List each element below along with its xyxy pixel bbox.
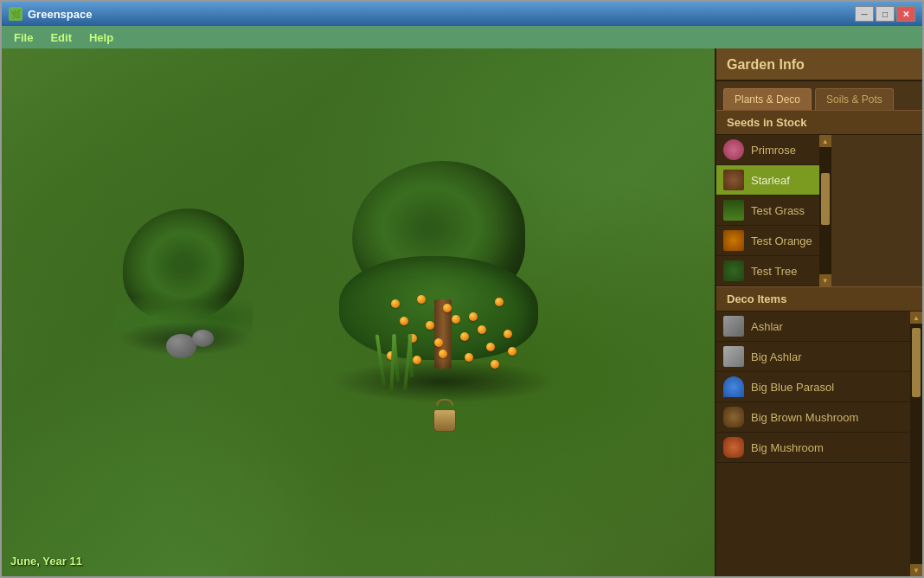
list-item-ashlar[interactable]: Ashlar [716, 311, 910, 342]
seeds-scroll-up[interactable]: ▲ [819, 135, 831, 147]
list-item-primrose[interactable]: Primrose [716, 135, 819, 165]
tall-grass [374, 334, 426, 421]
deco-scroll-track [910, 324, 922, 564]
fruit [495, 298, 504, 306]
list-item-testtree[interactable]: Test Tree [716, 256, 819, 286]
fruit [391, 299, 400, 308]
title-bar-left: 🌿 Greenspace [9, 7, 92, 21]
main-window: 🌿 Greenspace ─ □ ✕ File Edit Help [0, 0, 924, 578]
bigbrown-icon [723, 407, 744, 427]
fruit [486, 343, 495, 351]
fruit [504, 330, 512, 338]
fruit [443, 304, 452, 312]
deco-scroll-thumb[interactable] [912, 328, 921, 397]
grass-blade [375, 334, 386, 386]
list-item-bigmushroom[interactable]: Big Mushroom [716, 433, 910, 463]
primrose-label: Primrose [751, 144, 796, 157]
bigashlar-label: Big Ashlar [751, 350, 802, 363]
bucket [432, 399, 458, 427]
deco-scroll-up[interactable]: ▲ [910, 311, 922, 324]
testorange-label: Test Orange [751, 234, 812, 247]
seeds-section-header: Seeds in Stock [716, 110, 922, 135]
testtree-label: Test Tree [751, 265, 797, 278]
deco-list: Ashlar Big Ashlar Big Blue Parasol Big B… [716, 311, 910, 576]
title-controls: ─ □ ✕ [855, 6, 915, 22]
bucket-handle [436, 399, 453, 406]
rocks-group [162, 325, 231, 369]
bucket-body [433, 409, 456, 432]
testorange-icon [723, 230, 744, 251]
grass-blade [407, 334, 414, 377]
bigblue-icon [723, 376, 744, 397]
testgrass-label: Test Grass [751, 204, 805, 217]
seeds-scroll-down[interactable]: ▼ [819, 274, 831, 286]
list-item-bigblue[interactable]: Big Blue Parasol [716, 372, 910, 402]
menu-file[interactable]: File [7, 29, 40, 47]
fruit [491, 360, 499, 369]
deco-section-header: Deco Items [716, 286, 922, 311]
list-item-starleaf[interactable]: Starleaf [716, 165, 819, 196]
bigashlar-icon [723, 346, 744, 367]
ashlar-icon [723, 316, 744, 337]
starleaf-icon [723, 170, 744, 190]
seeds-scroll-track [819, 147, 831, 274]
fruit [460, 332, 469, 341]
seeds-scroll-container: Primrose Starleaf Test Grass Test O [716, 135, 922, 286]
deco-scroll-inner: Ashlar Big Ashlar Big Blue Parasol Big B… [716, 311, 922, 576]
tab-plants-deco[interactable]: Plants & Deco [723, 88, 812, 110]
fruit [465, 353, 473, 362]
side-panel: Garden Info Plants & Deco Soils & Pots S… [715, 48, 922, 576]
deco-scroll-down[interactable]: ▼ [910, 564, 922, 576]
close-button[interactable]: ✕ [896, 6, 915, 22]
maximize-button[interactable]: □ [876, 6, 895, 22]
window-title: Greenspace [28, 8, 92, 21]
primrose-icon [723, 139, 744, 160]
fruit [452, 315, 460, 324]
seeds-list: Primrose Starleaf Test Grass Test O [716, 135, 819, 286]
tab-soils-pots[interactable]: Soils & Pots [815, 88, 894, 110]
rock-2 [192, 330, 214, 347]
menu-help[interactable]: Help [82, 29, 120, 47]
fruit [434, 338, 443, 347]
fruit [478, 325, 486, 334]
game-viewport[interactable]: June, Year 11 [2, 48, 715, 576]
fruit [426, 321, 434, 330]
bigbrown-label: Big Brown Mushroom [751, 411, 858, 424]
testgrass-icon [723, 200, 744, 221]
fruit [439, 350, 447, 358]
testtree-icon [723, 260, 744, 281]
list-item-bigbrown[interactable]: Big Brown Mushroom [716, 402, 910, 433]
main-content: June, Year 11 Garden Info Plants & Deco … [2, 48, 922, 576]
list-item-testorange[interactable]: Test Orange [716, 226, 819, 256]
app-icon: 🌿 [9, 7, 22, 21]
starleaf-label: Starleaf [751, 174, 790, 187]
bigmushroom-icon [723, 437, 744, 458]
minimize-button[interactable]: ─ [855, 6, 874, 22]
tabs-container: Plants & Deco Soils & Pots [716, 81, 922, 110]
fruit [469, 312, 478, 321]
date-display: June, Year 11 [10, 555, 82, 568]
list-item-testgrass[interactable]: Test Grass [716, 196, 819, 226]
deco-scrollbar: ▲ ▼ [910, 311, 922, 576]
title-bar: 🌿 Greenspace ─ □ ✕ [2, 2, 922, 26]
menu-bar: File Edit Help [2, 26, 922, 48]
menu-edit[interactable]: Edit [43, 29, 79, 47]
seeds-scroll-inner: Primrose Starleaf Test Grass Test O [716, 135, 922, 286]
bigmushroom-label: Big Mushroom [751, 441, 824, 454]
list-item-bigashlar[interactable]: Big Ashlar [716, 342, 910, 372]
fruit [508, 347, 517, 356]
ashlar-label: Ashlar [751, 320, 783, 333]
panel-header: Garden Info [716, 48, 922, 81]
fruit [417, 295, 426, 304]
seeds-scrollbar: ▲ ▼ [819, 135, 831, 286]
bigblue-label: Big Blue Parasol [751, 381, 834, 394]
seeds-scroll-thumb[interactable] [821, 173, 830, 225]
fruit [400, 317, 408, 325]
